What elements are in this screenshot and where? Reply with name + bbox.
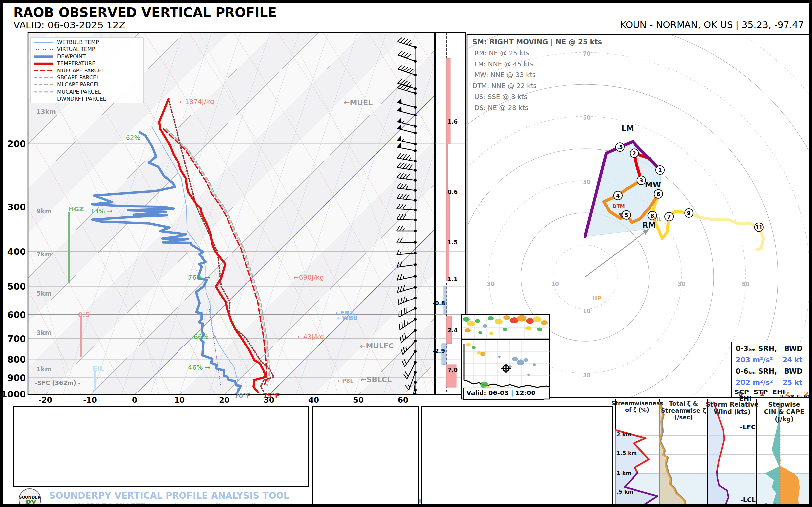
pressure-label: 600 bbox=[7, 310, 26, 319]
panel2-title: Total ζ &Streamwise ζ(/sec) bbox=[661, 400, 706, 421]
skewt-annotation: ←MULFC bbox=[360, 342, 394, 350]
hodo-ring-label: 30 bbox=[583, 179, 591, 185]
svg-text:2: 2 bbox=[632, 150, 636, 157]
skewt-annotation: 46% → bbox=[188, 364, 211, 371]
ehi1-value: 2 bbox=[785, 391, 790, 397]
skewt-annotation: HGZ bbox=[68, 206, 84, 213]
station-label: KOUN - NORMAN, OK US | 35.23, -97.47 bbox=[620, 20, 804, 30]
scp-value: 8 bbox=[739, 391, 743, 397]
advection-value: 2.4 bbox=[448, 328, 458, 333]
skewt-annotation: ←690J/kg bbox=[293, 274, 324, 281]
svg-text:3: 3 bbox=[640, 177, 643, 184]
legend-item-label: MLCAPE PARCEL bbox=[57, 82, 100, 88]
svg-text:9: 9 bbox=[687, 210, 691, 216]
panel-height-label: 1.5 km bbox=[617, 451, 637, 456]
storm-motion-rm: RM: NE @ 25 kts bbox=[474, 50, 529, 56]
svg-text:1: 1 bbox=[658, 167, 662, 173]
panel4-x: 1K bbox=[785, 504, 795, 507]
hodo-mw-label: MW bbox=[645, 181, 661, 189]
hodo-lm-label: LM bbox=[621, 125, 634, 132]
shear-table bbox=[421, 406, 613, 507]
radar-valid-label: Valid: 06-03 | 12:00 bbox=[463, 388, 545, 400]
srh6-label: 0-6km SRH, BWD bbox=[736, 368, 803, 375]
km-label: 5km bbox=[37, 290, 52, 296]
storm-motion-lm: LM: NNE @ 45 kts bbox=[474, 61, 533, 67]
panel-height-label: .5 km bbox=[617, 490, 633, 495]
advection-value: 0.6 bbox=[448, 189, 458, 195]
pressure-label: 800 bbox=[7, 355, 26, 364]
advection-value: 1.1 bbox=[448, 276, 458, 282]
skewt-annotation: -SFC (362m) - bbox=[35, 380, 81, 386]
pressure-label: 500 bbox=[7, 282, 26, 291]
srh3-values: 203 m²/s² 24 kt bbox=[736, 357, 802, 364]
svg-text:4: 4 bbox=[616, 192, 620, 199]
svg-text:7: 7 bbox=[667, 214, 671, 220]
skewt-annotation: 70°F bbox=[235, 393, 251, 399]
attribution-credit: (C) KYLE J GILLETT | sounderpysoundings.… bbox=[73, 503, 273, 507]
pressure-label: 400 bbox=[7, 247, 26, 256]
skewt-annotation: 76% → bbox=[188, 274, 211, 281]
panel-height-label: 1 km bbox=[617, 470, 631, 476]
legend-item-label: VIRTUAL TEMP bbox=[57, 47, 95, 52]
attribution-title: SOUNDERPY VERTICAL PROFILE ANALYSIS TOOL bbox=[49, 491, 290, 500]
km-label: 7km bbox=[37, 251, 52, 258]
temp-label: 40 bbox=[308, 396, 319, 404]
svg-text:11: 11 bbox=[755, 224, 763, 231]
panel1-title: Streamwisenessof ζ (%) bbox=[611, 400, 663, 413]
skewt-annotation: 8.5 bbox=[78, 312, 90, 318]
temp-label: 0 bbox=[132, 396, 138, 404]
storm-motion-us: US: SSE @ 8 kts bbox=[474, 93, 527, 100]
panel-height-label: 2 km bbox=[617, 432, 631, 437]
panel3-title: Storm RelativeWind (kts) bbox=[706, 401, 758, 416]
hodo-ring-label: 10 bbox=[551, 281, 559, 287]
advection-value: -0.8 bbox=[433, 301, 445, 306]
stp-value: 1 bbox=[760, 391, 764, 397]
temp-label: 50 bbox=[353, 396, 364, 404]
skewt-annotation: 62% → bbox=[126, 134, 148, 141]
figure: .521345678911 RAOB OBSERVED VERTICAL PRO… bbox=[0, 0, 812, 507]
svg-text:.5: .5 bbox=[617, 144, 622, 150]
legend-item-label: MUECAPE PARCEL bbox=[57, 68, 104, 73]
storm-motion-sm: SM: RIGHT MOVING | NE @ 25 kts bbox=[472, 39, 602, 46]
skewt-annotation: 75°F bbox=[263, 393, 279, 399]
pressure-label: 1000 bbox=[1, 390, 26, 398]
hodo-ring-label: 30 bbox=[677, 281, 686, 287]
valid-time: VALID: 06-03-2025 12Z bbox=[13, 20, 125, 30]
temp-label: -20 bbox=[38, 396, 52, 404]
hodo-ring-label: 50 bbox=[583, 115, 591, 121]
storm-motion-dtm: DTM: NNE @ 22 kts bbox=[472, 82, 537, 89]
skewt-annotation: 13% → bbox=[90, 208, 113, 215]
hodo-up-label: UP bbox=[593, 295, 602, 301]
skewt-annotation: 66% → bbox=[194, 333, 216, 340]
lcl-label: -LCL bbox=[741, 497, 756, 503]
hodo-dtm-label: DTM bbox=[612, 204, 625, 209]
panel4-title: StepwiseCIN & CAPE(J/kg) bbox=[764, 401, 804, 423]
legend-item-label: SBCAPE PARCEL bbox=[57, 75, 99, 80]
skewt-annotation: ←1874J/kg bbox=[180, 98, 214, 105]
km-label: 3km bbox=[37, 330, 52, 336]
rh-table bbox=[312, 406, 419, 507]
skewt-annotation: ←43J/kg bbox=[298, 333, 324, 340]
temp-label: 20 bbox=[219, 396, 230, 404]
srh6-values: 202 m²/s² 25 kt bbox=[736, 379, 802, 386]
advection-value: 1.5 bbox=[448, 240, 458, 245]
legend-item-label: WETBULB TEMP bbox=[57, 40, 99, 45]
hodo-ring-label: 30 bbox=[487, 281, 495, 287]
storm-motion-mw: MW: NNE @ 33 kts bbox=[474, 71, 536, 78]
pressure-label: 300 bbox=[7, 202, 26, 211]
svg-text:6: 6 bbox=[657, 191, 660, 197]
hodo-ring-label: 30 bbox=[583, 373, 591, 378]
temp-label: -10 bbox=[83, 396, 97, 404]
svg-text:5: 5 bbox=[624, 212, 628, 218]
advection-panel bbox=[436, 33, 465, 395]
hodo-rm-label: RM bbox=[643, 221, 656, 229]
pressure-label: 700 bbox=[7, 334, 26, 343]
panel4-x: 0 bbox=[776, 506, 783, 507]
km-label: 9km bbox=[37, 208, 52, 215]
skewt-annotation: ←SBLCL bbox=[360, 376, 392, 383]
legend-item-label: DEWPOINT bbox=[57, 54, 86, 59]
advection-value: 1.6 bbox=[448, 119, 458, 125]
skewt-annotation: ←MUEL bbox=[344, 99, 372, 106]
ehi3-value: 2 bbox=[804, 391, 809, 397]
lfc-label: -LFC bbox=[740, 424, 756, 430]
